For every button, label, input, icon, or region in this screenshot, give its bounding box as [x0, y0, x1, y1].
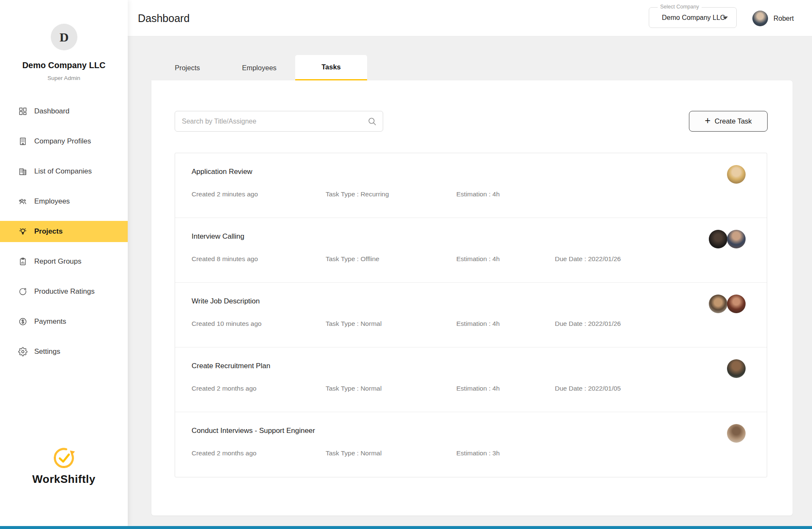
company-profiles-icon — [18, 136, 28, 146]
sidebar-item-label: Company Profiles — [34, 137, 91, 146]
task-type: Task Type : Offline — [326, 255, 379, 263]
tasks-panel: + Create Task Application Review Created… — [151, 80, 793, 515]
task-meta: Created 2 minutes ago Task Type : Recurr… — [192, 190, 750, 199]
task-created: Created 2 months ago — [192, 449, 256, 457]
brand-name: WorkShiftly — [0, 473, 128, 486]
company-select-dropdown[interactable]: Select Company Demo Company LLC — [649, 7, 737, 28]
assignee-avatar — [727, 295, 746, 313]
task-estimation: Estimation : 4h — [456, 190, 500, 198]
task-due-date: Due Date : 2022/01/26 — [555, 255, 621, 263]
create-task-label: Create Task — [715, 117, 752, 125]
sidebar-item-label: Productive Ratings — [34, 287, 95, 296]
assignee-avatar — [727, 230, 746, 248]
assignee-avatar — [709, 295, 727, 313]
task-estimation: Estimation : 3h — [456, 449, 500, 457]
sidebar-item-label: List of Companies — [34, 167, 92, 176]
sidebar-item-label: Settings — [34, 347, 60, 356]
payments-icon — [18, 317, 28, 327]
task-estimation: Estimation : 4h — [456, 320, 500, 328]
assignee-avatar — [727, 359, 746, 378]
tab-tasks[interactable]: Tasks — [295, 55, 367, 80]
task-estimation: Estimation : 4h — [456, 255, 500, 263]
task-meta: Created 2 months ago Task Type : Normal … — [192, 385, 750, 393]
search-input[interactable] — [175, 111, 383, 132]
sidebar-item-projects[interactable]: Projects — [0, 221, 128, 242]
task-type: Task Type : Recurring — [326, 190, 389, 198]
sidebar-item-settings[interactable]: Settings — [0, 341, 128, 362]
task-row[interactable]: Write Job Description Created 10 minutes… — [175, 283, 767, 347]
sidebar-item-dashboard[interactable]: Dashboard — [0, 101, 128, 122]
assignee-avatars — [727, 359, 746, 378]
user-avatar — [752, 11, 768, 26]
task-created: Created 10 minutes ago — [192, 320, 261, 328]
report-groups-icon — [18, 256, 28, 267]
brand-block: WorkShiftly — [0, 444, 128, 486]
task-title: Create Recruitment Plan — [192, 362, 270, 370]
employees-icon — [18, 196, 28, 207]
task-estimation: Estimation : 4h — [456, 385, 500, 392]
dashboard-icon — [18, 106, 28, 116]
task-created: Created 8 minutes ago — [192, 255, 258, 263]
task-meta: Created 8 minutes ago Task Type : Offlin… — [192, 255, 750, 264]
sidebar-item-productive-ratings[interactable]: Productive Ratings — [0, 281, 128, 302]
settings-icon — [18, 347, 28, 357]
sidebar-nav: Dashboard Company Profiles List of Compa… — [0, 101, 128, 371]
task-title: Application Review — [192, 168, 252, 176]
company-logo: D — [51, 24, 77, 50]
tab-employees[interactable]: Employees — [223, 55, 295, 80]
task-row[interactable]: Interview Calling Created 8 minutes ago … — [175, 218, 767, 283]
list-of-companies-icon — [18, 166, 28, 176]
search-bar — [175, 111, 383, 132]
task-title: Interview Calling — [192, 232, 244, 241]
task-due-date: Due Date : 2022/01/26 — [555, 320, 621, 328]
user-name: Robert — [774, 15, 794, 22]
task-title: Write Job Description — [192, 297, 260, 306]
task-type: Task Type : Normal — [326, 449, 381, 457]
plus-icon: + — [705, 115, 710, 127]
bottom-accent-bar — [0, 526, 812, 529]
sidebar-item-list-of-companies[interactable]: List of Companies — [0, 161, 128, 182]
task-meta: Created 2 months ago Task Type : Normal … — [192, 449, 750, 458]
chevron-down-icon — [723, 17, 728, 19]
task-list: Application Review Created 2 minutes ago… — [175, 153, 767, 477]
assignee-avatar — [709, 230, 727, 248]
task-title: Conduct Interviews - Support Engineer — [192, 427, 315, 435]
task-row[interactable]: Create Recruitment Plan Created 2 months… — [175, 347, 767, 412]
top-header: Dashboard Select Company Demo Company LL… — [128, 0, 812, 36]
task-row[interactable]: Application Review Created 2 minutes ago… — [175, 153, 767, 218]
search-icon[interactable] — [367, 116, 377, 128]
company-logo-letter: D — [60, 30, 69, 44]
assignee-avatar — [727, 165, 746, 184]
page-title: Dashboard — [138, 0, 189, 36]
task-type: Task Type : Normal — [326, 320, 381, 328]
company-select-value: Demo Company LLC — [662, 14, 725, 22]
task-type: Task Type : Normal — [326, 385, 381, 392]
sidebar-company-name: Demo Company LLC — [0, 61, 128, 70]
task-due-date: Due Date : 2022/01/05 — [555, 385, 621, 392]
task-created: Created 2 months ago — [192, 385, 256, 392]
assignee-avatars — [709, 295, 746, 313]
sidebar-company-role: Super Admin — [0, 75, 128, 81]
assignee-avatars — [727, 165, 746, 184]
task-row[interactable]: Conduct Interviews - Support Engineer Cr… — [175, 412, 767, 477]
sidebar-item-label: Projects — [34, 227, 63, 236]
workshiftly-clock-icon — [51, 464, 77, 471]
task-created: Created 2 minutes ago — [192, 190, 258, 198]
create-task-button[interactable]: + Create Task — [689, 111, 768, 132]
sidebar-item-employees[interactable]: Employees — [0, 191, 128, 212]
assignee-avatars — [727, 424, 746, 443]
assignee-avatars — [709, 230, 746, 248]
sidebar-item-label: Report Groups — [34, 257, 82, 266]
sidebar-item-label: Dashboard — [34, 107, 69, 116]
user-menu[interactable]: Robert — [752, 11, 794, 26]
sidebar-item-label: Payments — [34, 317, 66, 326]
sidebar: D Demo Company LLC Super Admin Dashboard… — [0, 0, 128, 526]
projects-icon — [18, 226, 28, 237]
sidebar-item-report-groups[interactable]: Report Groups — [0, 251, 128, 272]
dashboard-tabs: Projects Employees Tasks — [151, 55, 367, 80]
productive-ratings-icon — [18, 287, 28, 297]
task-meta: Created 10 minutes ago Task Type : Norma… — [192, 320, 750, 328]
sidebar-item-company-profiles[interactable]: Company Profiles — [0, 131, 128, 152]
sidebar-item-payments[interactable]: Payments — [0, 311, 128, 332]
tab-projects[interactable]: Projects — [151, 55, 223, 80]
